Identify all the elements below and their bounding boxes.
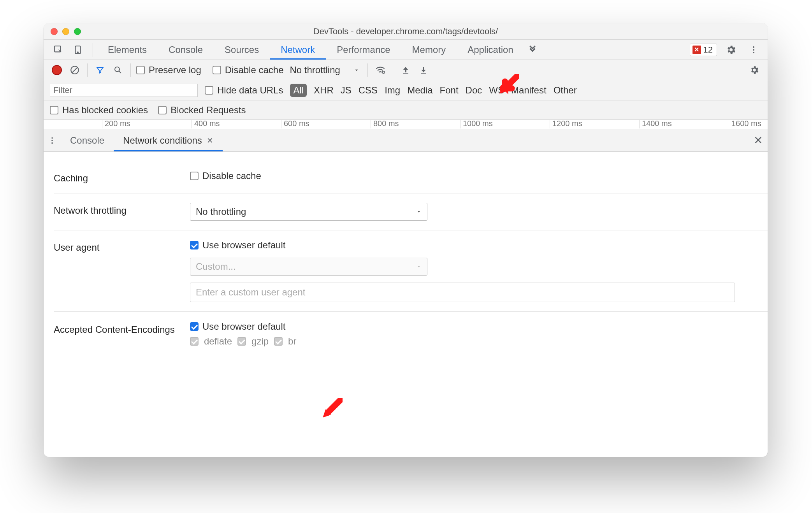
clear-icon[interactable] — [68, 63, 82, 77]
svg-point-4 — [753, 49, 754, 51]
panel-disable-cache-label: Disable cache — [202, 170, 261, 181]
filter-funnel-icon[interactable] — [93, 63, 107, 77]
filter-type-ws[interactable]: WS — [489, 85, 504, 96]
blocked-cookies-label: Has blocked cookies — [62, 105, 148, 116]
device-toolbar-icon[interactable] — [69, 41, 86, 58]
blocked-requests-checkbox[interactable]: Blocked Requests — [158, 105, 246, 116]
filter-type-font[interactable]: Font — [440, 85, 459, 96]
disable-cache-label: Disable cache — [225, 65, 284, 76]
tab-console[interactable]: Console — [158, 40, 214, 60]
ua-preset-placeholder: Custom... — [196, 261, 236, 272]
window-title: DevTools - developer.chrome.com/tags/dev… — [44, 26, 768, 37]
encoding-gzip-label: gzip — [251, 336, 269, 347]
hide-data-urls-checkbox[interactable]: Hide data URLs — [205, 85, 283, 96]
filter-type-css[interactable]: CSS — [359, 85, 378, 96]
close-tab-icon[interactable]: ✕ — [207, 136, 213, 145]
filter-type-doc[interactable]: Doc — [466, 85, 482, 96]
filter-type-other[interactable]: Other — [554, 85, 577, 96]
close-window-button[interactable] — [51, 28, 58, 35]
svg-rect-12 — [421, 73, 426, 74]
network-conditions-icon[interactable] — [373, 63, 387, 77]
search-icon[interactable] — [111, 63, 125, 77]
import-har-icon[interactable] — [399, 63, 413, 77]
blocked-requests-label: Blocked Requests — [170, 105, 246, 116]
throttling-select[interactable]: No throttling — [287, 65, 362, 76]
error-icon: ✕ — [692, 46, 701, 54]
svg-point-13 — [51, 137, 53, 139]
preserve-log-checkbox[interactable]: Preserve log — [136, 65, 201, 76]
minimize-window-button[interactable] — [62, 28, 69, 35]
ua-use-default-label: Use browser default — [202, 240, 285, 251]
error-count-badge[interactable]: ✕ 12 — [690, 44, 717, 56]
filter-type-media[interactable]: Media — [407, 85, 432, 96]
kebab-menu-icon[interactable] — [745, 41, 762, 58]
hide-data-urls-label: Hide data URLs — [217, 85, 283, 96]
timeline-tick: 1400 ms — [639, 120, 672, 128]
filter-input[interactable] — [50, 84, 198, 97]
tab-network[interactable]: Network — [270, 40, 326, 60]
throttling-label: Network throttling — [54, 203, 190, 216]
timeline-tick: 1000 ms — [460, 120, 493, 128]
filter-type-manifest[interactable]: Manifest — [511, 85, 547, 96]
drawer-close-icon[interactable]: ✕ — [748, 134, 768, 147]
tab-application[interactable]: Application — [457, 40, 524, 60]
network-settings-gear-icon[interactable] — [747, 63, 761, 77]
waterfall-timeline[interactable]: 200 ms 400 ms 600 ms 800 ms 1000 ms 1200… — [44, 120, 768, 129]
network-toolbar: Preserve log Disable cache No throttling — [44, 60, 768, 80]
timeline-tick: 400 ms — [192, 120, 220, 128]
record-button[interactable] — [50, 63, 64, 77]
main-tab-strip: Elements Console Sources Network Perform… — [44, 40, 768, 60]
window-controls — [51, 28, 81, 35]
filter-type-img[interactable]: Img — [385, 85, 400, 96]
panel-disable-cache-checkbox[interactable]: Disable cache — [190, 170, 756, 181]
error-count: 12 — [703, 45, 713, 55]
encoding-gzip-checkbox[interactable] — [237, 337, 246, 346]
export-har-icon[interactable] — [417, 63, 431, 77]
timeline-tick: 1600 ms — [729, 120, 761, 128]
encodings-use-default-label: Use browser default — [202, 321, 285, 332]
drawer-tab-network-conditions[interactable]: Network conditions ✕ — [114, 129, 223, 151]
caching-label: Caching — [54, 170, 190, 184]
timeline-tick: 800 ms — [371, 120, 399, 128]
devtools-window: DevTools - developer.chrome.com/tags/dev… — [44, 23, 768, 457]
ua-preset-select[interactable]: Custom... — [190, 258, 427, 276]
svg-point-5 — [753, 52, 754, 53]
svg-line-7 — [72, 67, 77, 73]
timeline-tick: 200 ms — [102, 120, 130, 128]
drawer-tab-label: Console — [70, 135, 104, 146]
tab-sources[interactable]: Sources — [214, 40, 270, 60]
ua-custom-placeholder: Enter a custom user agent — [196, 287, 305, 298]
svg-point-15 — [51, 142, 53, 144]
filter-type-all[interactable]: All — [290, 84, 307, 97]
zoom-window-button[interactable] — [74, 28, 81, 35]
drawer-menu-icon[interactable] — [44, 136, 61, 145]
blocked-filters-row: Has blocked cookies Blocked Requests — [44, 100, 768, 120]
svg-point-14 — [51, 140, 53, 141]
timeline-tick: 600 ms — [281, 120, 309, 128]
settings-gear-icon[interactable] — [722, 41, 740, 58]
drawer-tab-console[interactable]: Console — [61, 129, 114, 151]
svg-point-3 — [753, 46, 754, 48]
blocked-cookies-checkbox[interactable]: Has blocked cookies — [50, 105, 148, 116]
tab-memory[interactable]: Memory — [401, 40, 457, 60]
encoding-br-checkbox[interactable] — [274, 337, 283, 346]
ua-use-default-checkbox[interactable]: Use browser default — [190, 240, 756, 251]
tab-performance[interactable]: Performance — [326, 40, 401, 60]
tab-elements[interactable]: Elements — [97, 40, 158, 60]
svg-line-9 — [119, 71, 121, 73]
preserve-log-label: Preserve log — [149, 65, 201, 76]
encoding-deflate-label: deflate — [204, 336, 232, 347]
throttling-select-box[interactable]: No throttling — [190, 203, 427, 221]
inspect-element-icon[interactable] — [50, 41, 67, 58]
encodings-use-default-checkbox[interactable]: Use browser default — [190, 321, 756, 332]
disable-cache-checkbox[interactable]: Disable cache — [213, 65, 284, 76]
encoding-deflate-checkbox[interactable] — [190, 337, 199, 346]
encoding-br-label: br — [288, 336, 296, 347]
filter-type-xhr[interactable]: XHR — [314, 85, 334, 96]
throttling-select-value: No throttling — [196, 206, 246, 217]
timeline-tick: 1200 ms — [550, 120, 582, 128]
throttling-value: No throttling — [290, 65, 340, 76]
more-tabs-icon[interactable] — [524, 40, 541, 60]
ua-custom-input[interactable]: Enter a custom user agent — [190, 283, 735, 302]
filter-type-js[interactable]: JS — [341, 85, 352, 96]
